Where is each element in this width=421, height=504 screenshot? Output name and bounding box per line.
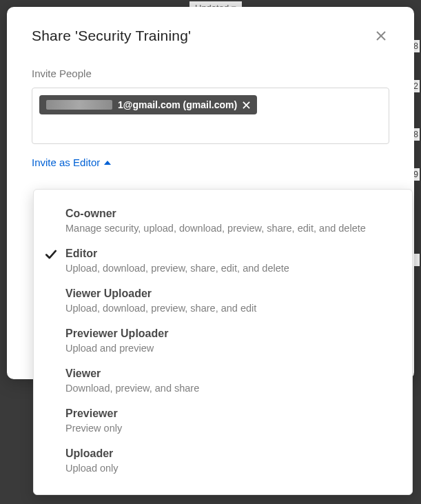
chip-email-text: 1@gmail.com (gmail.com) [118, 99, 237, 110]
role-description: Upload, download, preview, share, edit, … [65, 263, 393, 274]
invite-people-label: Invite People [32, 68, 389, 79]
role-description: Manage security, upload, download, previ… [65, 223, 393, 234]
modal-header: Share 'Security Training' [32, 28, 389, 44]
role-description: Preview only [65, 423, 393, 434]
role-name: Editor [65, 248, 393, 260]
remove-invitee-button[interactable] [243, 101, 250, 109]
caret-up-icon [104, 161, 111, 165]
role-option-previewer[interactable]: PreviewerPreview only [34, 402, 412, 442]
role-name: Uploader [65, 447, 393, 460]
close-button[interactable] [373, 28, 389, 44]
role-name: Previewer [65, 407, 393, 420]
invite-as-role-dropdown-trigger[interactable]: Invite as Editor [32, 157, 111, 168]
role-name: Co-owner [65, 208, 393, 220]
role-option-viewer[interactable]: ViewerDownload, preview, and share [34, 362, 412, 402]
redacted-text [46, 100, 112, 110]
role-option-co-owner[interactable]: Co-ownerManage security, upload, downloa… [34, 202, 412, 242]
role-description: Upload, download, preview, share, and ed… [65, 303, 393, 314]
role-description: Upload only [65, 463, 393, 474]
role-option-previewer-uploader[interactable]: Previewer UploaderUpload and preview [34, 322, 412, 362]
invite-as-label: Invite as Editor [32, 157, 100, 168]
role-option-viewer-uploader[interactable]: Viewer UploaderUpload, download, preview… [34, 282, 412, 322]
role-name: Viewer Uploader [65, 288, 393, 300]
role-description: Upload and preview [65, 343, 393, 354]
role-name: Viewer [65, 367, 393, 380]
role-option-uploader[interactable]: UploaderUpload only [34, 442, 412, 482]
checkmark-icon [45, 248, 57, 261]
role-option-editor[interactable]: EditorUpload, download, preview, share, … [34, 242, 412, 282]
invitees-input[interactable]: 1@gmail.com (gmail.com) [32, 88, 389, 144]
role-dropdown-menu: Co-ownerManage security, upload, downloa… [33, 189, 413, 495]
invitee-chip: 1@gmail.com (gmail.com) [39, 95, 257, 114]
role-name: Previewer Uploader [65, 327, 393, 340]
close-icon [243, 101, 250, 111]
close-icon [376, 33, 387, 43]
role-description: Download, preview, and share [65, 383, 393, 394]
modal-title: Share 'Security Training' [32, 28, 191, 44]
